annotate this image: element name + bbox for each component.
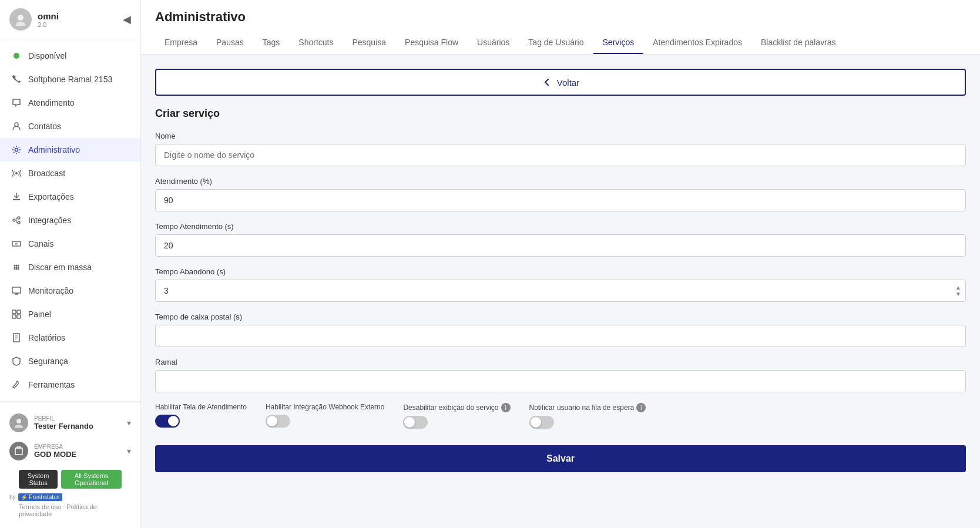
toggle-track-desabilitar[interactable]: [403, 416, 428, 429]
form-group-tempo-abandono: Tempo Abandono (s) ▲ ▼: [155, 267, 966, 302]
tempo-atendimento-input[interactable]: [155, 234, 966, 257]
terms-link[interactable]: Termos de uso: [19, 503, 61, 510]
svg-point-9: [16, 265, 18, 267]
all-systems-button[interactable]: All Systems Operational: [61, 470, 122, 489]
sidebar-item-broadcast[interactable]: Broadcast: [0, 162, 140, 185]
seguranca-icon: [11, 355, 22, 367]
sidebar-item-label: Integrações: [28, 216, 71, 225]
tab-servicos[interactable]: Serviços: [593, 32, 644, 54]
svg-rect-20: [12, 315, 16, 318]
page-title: Administrativo: [155, 9, 966, 32]
sidebar-item-disponivel[interactable]: Disponível: [0, 44, 140, 68]
sidebar-item-discar-em-massa[interactable]: Discar em massa: [0, 255, 140, 279]
toggle-label-webhook: Habilitar Integração Webhook Externo: [266, 403, 385, 411]
svg-point-15: [16, 268, 18, 270]
toggle-track-notificar[interactable]: [529, 416, 554, 429]
spinner-down-icon[interactable]: ▼: [955, 291, 961, 297]
svg-point-12: [16, 267, 18, 268]
sidebar-item-integracoes[interactable]: Integrações: [0, 208, 140, 232]
tab-tag-de-usuario[interactable]: Tag de Usuário: [519, 32, 593, 54]
toggle-label-row-habilitar-tela: Habilitar Tela de Atendimento: [155, 403, 247, 411]
sidebar-item-atendimento[interactable]: Atendimento: [0, 91, 140, 115]
form-group-tempo-caixa-postal: Tempo de caixa postal (s): [155, 312, 966, 347]
sidebar-item-label: Canais: [28, 239, 54, 248]
tab-usuarios[interactable]: Usuários: [468, 32, 519, 54]
toggle-desabilitar[interactable]: [403, 416, 428, 429]
tab-empresa[interactable]: Empresa: [155, 32, 207, 54]
sidebar-collapse-button[interactable]: ◀: [123, 13, 131, 26]
sidebar-item-relatorios[interactable]: Relatórios: [0, 326, 140, 349]
svg-rect-17: [12, 287, 21, 293]
sidebar-item-administrativo[interactable]: Administrativo: [0, 138, 140, 162]
back-button[interactable]: Voltar: [155, 69, 966, 96]
spinner-up-icon[interactable]: ▲: [955, 285, 961, 291]
sidebar-item-contatos[interactable]: Contatos: [0, 115, 140, 138]
sidebar-item-seguranca[interactable]: Segurança: [0, 349, 140, 373]
atendimento-input[interactable]: [155, 189, 966, 211]
form-section: Criar serviço Nome Atendimento (%) Tempo…: [155, 107, 966, 472]
sidebar-item-monitoracao[interactable]: Monitoração: [0, 279, 140, 302]
footer-links: Termos de uso · Política de privacidade: [9, 501, 131, 522]
sidebar-item-exportacoes[interactable]: Exportações: [0, 185, 140, 208]
toggle-webhook[interactable]: [266, 415, 290, 428]
tempo-abandono-input[interactable]: [155, 280, 966, 302]
tab-pesquisa-flow[interactable]: Pesquisa Flow: [395, 32, 468, 54]
toggle-group-desabilitar-exibicao: Desabilitar exibição do serviço i: [403, 403, 510, 429]
disponivel-icon: [11, 50, 22, 62]
nome-input[interactable]: [155, 144, 966, 166]
info-icon-desabilitar[interactable]: i: [501, 403, 511, 412]
tab-atendimentos-expirados[interactable]: Atendimentos Expirados: [643, 32, 751, 54]
ramal-input[interactable]: [155, 370, 966, 392]
administrativo-icon: [11, 144, 22, 156]
tab-pesquisa[interactable]: Pesquisa: [343, 32, 395, 54]
system-status-button[interactable]: System Status: [19, 470, 58, 489]
profile-section[interactable]: PERFIL Tester Fernando ▾: [9, 409, 131, 437]
company-section[interactable]: EMPRESA GOD MODE ▾: [9, 437, 131, 465]
tempo-caixa-postal-input[interactable]: [155, 325, 966, 347]
relatorios-icon: [11, 332, 22, 344]
sidebar-item-label: Softphone Ramal 2153: [28, 75, 112, 84]
tab-shortcuts[interactable]: Shortcuts: [289, 32, 343, 54]
sidebar-item-softphone[interactable]: Softphone Ramal 2153: [0, 68, 140, 91]
svg-rect-24: [15, 448, 22, 455]
sidebar-footer: PERFIL Tester Fernando ▾ EMPRESA GOD MOD…: [0, 401, 140, 528]
svg-point-6: [18, 221, 20, 224]
svg-point-2: [15, 123, 18, 126]
sidebar-item-label: Administrativo: [28, 145, 80, 154]
softphone-icon: [11, 73, 22, 85]
contatos-icon: [11, 120, 22, 132]
toggle-notificar[interactable]: [529, 416, 554, 429]
svg-point-4: [13, 219, 15, 221]
form-title: Criar serviço: [155, 107, 966, 120]
sidebar-item-canais[interactable]: Canais: [0, 232, 140, 255]
company-avatar: [9, 442, 28, 460]
tab-blacklist-de-palavras[interactable]: Blacklist de palavras: [751, 32, 845, 54]
profile-avatar: [9, 413, 28, 432]
toggle-thumb-habilitar-tela: [168, 416, 179, 426]
svg-point-22: [16, 419, 21, 423]
info-icon-notificar[interactable]: i: [636, 403, 646, 412]
svg-point-0: [18, 15, 24, 21]
toggle-track-habilitar-tela[interactable]: [155, 415, 180, 428]
sidebar-item-ferramentas[interactable]: Ferramentas: [0, 373, 140, 396]
sidebar-item-label: Contatos: [28, 122, 61, 131]
svg-rect-18: [12, 310, 16, 314]
form-group-tempo-atendimento: Tempo Atendimento (s): [155, 222, 966, 257]
save-button[interactable]: Salvar: [155, 445, 966, 472]
svg-point-14: [14, 268, 16, 270]
sidebar-item-label: Relatórios: [28, 333, 65, 342]
sidebar-item-painel[interactable]: Painel: [0, 302, 140, 326]
toggle-thumb-webhook: [267, 416, 277, 426]
tab-tags[interactable]: Tags: [253, 32, 290, 54]
toggle-track-webhook[interactable]: [266, 415, 290, 428]
company-name: GOD MODE: [34, 450, 76, 459]
profile-name: Tester Fernando: [34, 422, 93, 431]
sidebar-item-label: Painel: [28, 310, 51, 319]
toggle-habilitar-tela[interactable]: [155, 415, 180, 428]
back-icon: [542, 77, 552, 88]
atendimento-label: Atendimento (%): [155, 177, 966, 186]
avatar: [9, 8, 32, 31]
tempo-abandono-wrapper: ▲ ▼: [155, 280, 966, 302]
brand-name: omni: [38, 11, 59, 21]
tab-pausas[interactable]: Pausas: [207, 32, 253, 54]
